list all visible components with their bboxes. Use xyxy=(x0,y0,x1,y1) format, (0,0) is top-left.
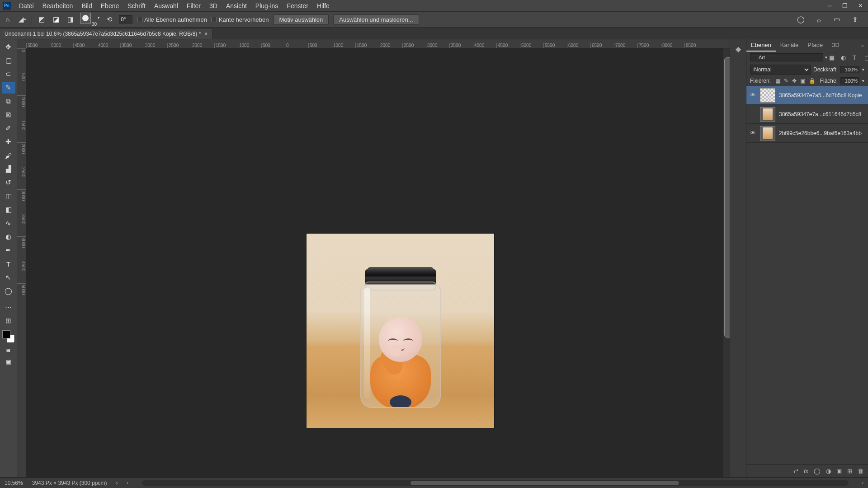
brush-tool-icon[interactable]: 🖌 xyxy=(2,150,15,161)
delete-layer-icon[interactable]: 🗑 xyxy=(858,468,863,474)
panel-menu-icon[interactable]: ≡ xyxy=(857,39,868,52)
close-tab-icon[interactable]: × xyxy=(204,31,208,37)
eraser-tool-icon[interactable]: ◫ xyxy=(2,190,15,202)
blend-mode-select[interactable]: Normal xyxy=(750,65,811,75)
filter-shape-icon[interactable]: ▢ xyxy=(864,54,868,61)
frame-tool-icon[interactable]: ⊠ xyxy=(2,109,15,121)
window-close-icon[interactable]: ✕ xyxy=(853,0,868,11)
menu-bearbeiten[interactable]: Bearbeiten xyxy=(38,1,77,10)
filter-pixel-icon[interactable]: ▦ xyxy=(829,54,836,61)
menu-3d[interactable]: 3D xyxy=(205,1,222,10)
lock-transparency-icon[interactable]: ▦ xyxy=(775,78,780,84)
pen-tool-icon[interactable]: ✒ xyxy=(2,244,15,256)
cloud-docs-icon[interactable]: ◯ xyxy=(796,14,806,24)
canvas[interactable]: 5500500045004000350030002500200015001000… xyxy=(17,39,730,477)
layer-name[interactable]: 3865a59347e7a...c611646d7b5c8 xyxy=(779,111,861,117)
adjustment-icon[interactable]: ◑ xyxy=(826,468,831,474)
fx-icon[interactable]: fx xyxy=(804,468,808,474)
tab-pfade[interactable]: Pfade xyxy=(803,39,827,52)
visibility-toggle-icon[interactable]: 👁 xyxy=(749,130,756,136)
chevron-right-icon[interactable]: › xyxy=(116,480,118,486)
menu-datei[interactable]: Datei xyxy=(15,1,38,10)
link-layers-icon[interactable]: ⇄ xyxy=(793,468,798,474)
path-select-tool-icon[interactable]: ↖ xyxy=(2,272,15,283)
lock-all-icon[interactable]: 🔒 xyxy=(809,78,816,84)
menu-filter[interactable]: Filter xyxy=(183,1,205,10)
fill-field[interactable] xyxy=(840,77,859,84)
stamp-tool-icon[interactable]: ▟ xyxy=(2,163,15,175)
chevron-down-icon[interactable]: ▾ xyxy=(98,15,100,20)
menu-ebene[interactable]: Ebene xyxy=(97,1,123,10)
lock-position-icon[interactable]: ✥ xyxy=(792,78,797,84)
chevron-left-icon[interactable]: ‹ xyxy=(127,480,128,485)
new-layer-icon[interactable]: ⊞ xyxy=(847,468,852,474)
menu-bild[interactable]: Bild xyxy=(77,1,96,10)
enhance-edge-checkbox[interactable]: Kante hervorheben xyxy=(212,16,269,23)
gradient-tool-icon[interactable]: ◧ xyxy=(2,204,15,216)
artboard-image[interactable] xyxy=(307,234,494,428)
foreground-swatch[interactable] xyxy=(2,330,10,338)
quick-select-add-icon[interactable]: ◪ xyxy=(51,14,61,24)
layer-thumbnail[interactable] xyxy=(760,88,775,103)
blur-tool-icon[interactable]: ∿ xyxy=(2,217,15,229)
eyedropper-tool-icon[interactable]: ✐ xyxy=(2,122,15,134)
layer-name[interactable]: 3865a59347e7a5...6d7b5c8 Kopie xyxy=(779,92,862,99)
lock-pixels-icon[interactable]: ✎ xyxy=(784,78,788,84)
menu-schrift[interactable]: Schrift xyxy=(123,1,150,10)
select-subject-button[interactable]: Motiv auswählen xyxy=(274,14,329,25)
layer-row[interactable]: 3865a59347e7a...c611646d7b5c8 xyxy=(746,105,868,124)
layer-name[interactable]: 2bf99c5e26bbe6...9baf6e163a4bb xyxy=(779,130,862,136)
type-tool-icon[interactable]: T xyxy=(2,258,15,270)
tab-kanaele[interactable]: Kanäle xyxy=(776,39,803,52)
opacity-field[interactable] xyxy=(840,66,859,73)
edit-toolbar-icon[interactable]: ⊞ xyxy=(2,315,15,327)
visibility-toggle-icon[interactable]: 👁 xyxy=(749,92,756,99)
filter-adjust-icon[interactable]: ◐ xyxy=(841,54,848,61)
chevron-right-icon[interactable]: › xyxy=(862,480,863,485)
tool-preset-icon[interactable]: ◢▾ xyxy=(17,14,27,24)
quick-select-tool-icon[interactable]: ✎ xyxy=(2,82,15,94)
quick-select-new-icon[interactable]: ◩ xyxy=(37,14,47,24)
dodge-tool-icon[interactable]: ◐ xyxy=(2,231,15,243)
vertical-scrollbar[interactable] xyxy=(723,48,730,477)
lasso-tool-icon[interactable]: ⊂ xyxy=(2,68,15,80)
sample-all-layers-checkbox[interactable]: Alle Ebenen aufnehmen xyxy=(137,16,207,23)
properties-panel-icon[interactable]: ◆ xyxy=(736,45,741,53)
more-tools-icon[interactable]: ⋯ xyxy=(2,301,15,313)
rotation-field[interactable] xyxy=(119,15,132,23)
window-minimize-icon[interactable]: ─ xyxy=(822,0,837,11)
layer-filter-input[interactable] xyxy=(750,53,823,61)
horizontal-scrollbar[interactable] xyxy=(142,480,849,486)
workspace-icon[interactable]: ▭ xyxy=(832,14,842,24)
lock-artboard-icon[interactable]: ▣ xyxy=(800,78,805,84)
menu-fenster[interactable]: Fenster xyxy=(283,1,312,10)
brush-preview[interactable] xyxy=(80,13,91,23)
share-icon[interactable]: ⇪ xyxy=(850,14,860,24)
move-tool-icon[interactable]: ✥ xyxy=(2,41,15,53)
doc-dimensions[interactable]: 3943 Px × 3943 Px (300 ppcm) xyxy=(32,480,107,486)
horizontal-ruler[interactable]: 5500500045004000350030002500200015001000… xyxy=(26,39,730,48)
group-icon[interactable]: ▣ xyxy=(836,468,842,474)
crop-tool-icon[interactable]: ⧉ xyxy=(2,95,15,107)
quick-mask-icon[interactable]: ◙ xyxy=(2,345,15,355)
screen-mode-icon[interactable]: ▣ xyxy=(2,357,15,366)
layer-row[interactable]: 👁2bf99c5e26bbe6...9baf6e163a4bb xyxy=(746,124,868,143)
document-tab[interactable]: Unbenannt-1 bei 10,6% (3865a59347e7a5d3d… xyxy=(0,29,212,39)
layer-thumbnail[interactable] xyxy=(760,107,775,122)
marquee-tool-icon[interactable]: ▢ xyxy=(2,55,15,66)
filter-type-icon[interactable]: T xyxy=(853,54,860,61)
shape-tool-icon[interactable]: ◯ xyxy=(2,285,15,297)
layer-thumbnail[interactable] xyxy=(760,126,775,141)
color-swatches[interactable] xyxy=(2,330,15,343)
chevron-down-icon[interactable]: ▾ xyxy=(825,55,827,60)
chevron-down-icon[interactable]: ▾ xyxy=(862,79,864,83)
vertical-ruler[interactable]: 0500100015002000250030003500400045005000 xyxy=(17,48,26,477)
home-icon[interactable]: ⌂ xyxy=(3,14,13,24)
menu-ansicht[interactable]: Ansicht xyxy=(222,1,251,10)
menu-auswahl[interactable]: Auswahl xyxy=(150,1,182,10)
search-icon[interactable]: ⌕ xyxy=(814,14,824,24)
zoom-level[interactable]: 10,56% xyxy=(5,480,23,486)
layer-row[interactable]: 👁3865a59347e7a5...6d7b5c8 Kopie xyxy=(746,86,868,105)
tab-3d[interactable]: 3D xyxy=(827,39,844,52)
ruler-origin[interactable] xyxy=(17,39,26,48)
